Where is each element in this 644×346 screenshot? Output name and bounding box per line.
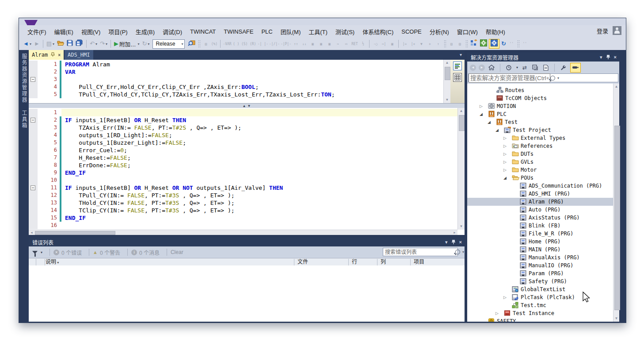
nav-forward-button[interactable]: ► bbox=[33, 39, 41, 49]
chevron-expanded-icon[interactable]: ◢ bbox=[503, 174, 507, 182]
close-icon[interactable]: × bbox=[459, 239, 462, 245]
solution-explorer-title-bar[interactable]: 解决方案资源管理器 ▾ × bbox=[467, 53, 619, 62]
code-line[interactable]: 1PROGRAM Alram bbox=[29, 61, 443, 68]
active-twincat-mode-button[interactable] bbox=[489, 39, 499, 49]
code-line[interactable]: 4 outputs_1[RD_Light]:=FALSE; bbox=[29, 131, 457, 139]
collapse-region-icon[interactable]: − bbox=[30, 77, 35, 82]
chevron-expanded-icon[interactable]: ◢ bbox=[495, 126, 499, 134]
code-text[interactable]: TZAxis_Err(IN:= FALSE, PT:=T#2S , Q=> , … bbox=[61, 124, 457, 131]
tree-item[interactable]: File_W_R (PRG) bbox=[467, 230, 619, 238]
chevron-collapsed-icon[interactable]: ▷ bbox=[503, 134, 507, 142]
scroll-down-icon[interactable]: ▼ bbox=[444, 97, 450, 103]
solution-explorer-search-input[interactable] bbox=[469, 73, 550, 83]
code-line[interactable]: 14 TClip_CY(IN:= FALSE, PT:=T#3S , Q=> ,… bbox=[29, 207, 457, 214]
code-line[interactable]: 3 TZAxis_Err(IN:= FALSE, PT:=T#2S , Q=> … bbox=[29, 124, 457, 131]
target-grid-button[interactable] bbox=[469, 39, 478, 49]
declaration-editor[interactable]: 1PROGRAM Alram2VAR−34 Pull_CY_Err,Hold_C… bbox=[29, 60, 465, 103]
pin-icon[interactable] bbox=[606, 54, 610, 60]
menu-item[interactable]: PLC bbox=[257, 27, 276, 37]
code-line[interactable]: −2IF inputs_1[ResetB] OR H_Reset THEN bbox=[29, 116, 457, 124]
tree-item[interactable]: Safety (PRG) bbox=[467, 277, 619, 285]
restart-button[interactable]: ↻▾ bbox=[141, 39, 150, 49]
code-line[interactable]: 7 H_Reset:=FALSE; bbox=[29, 154, 457, 161]
menu-item[interactable]: 编辑(E) bbox=[50, 26, 77, 38]
tree-item[interactable]: ▷External Types bbox=[467, 134, 619, 142]
find-in-files-button[interactable] bbox=[187, 39, 196, 49]
code-text[interactable]: Error_Cuel:=0; bbox=[61, 146, 457, 154]
search-icon[interactable] bbox=[455, 250, 460, 254]
code-line[interactable]: 8 ErrDone:=FALSE; bbox=[29, 161, 457, 169]
side-tab-server-explorer[interactable]: 服务器资源管理器 bbox=[19, 50, 29, 107]
code-text[interactable]: THold_CY(IN:= FALSE, PT:=T#3S , Q=> , ET… bbox=[61, 199, 457, 207]
code-line[interactable]: 16 bbox=[29, 222, 457, 229]
chevron-collapsed-icon[interactable]: ▷ bbox=[503, 142, 507, 150]
tree-item[interactable]: Param (PRG) bbox=[467, 269, 619, 277]
dropdown-caret-icon[interactable]: ▾ bbox=[181, 42, 183, 46]
code-line[interactable]: 5 outputs_1[Buzzer_Light]:=FALSE; bbox=[29, 139, 457, 146]
chevron-collapsed-icon[interactable]: ▷ bbox=[480, 102, 483, 110]
filter-dropdown-icon[interactable]: ▾ bbox=[516, 65, 518, 69]
code-text[interactable] bbox=[61, 222, 457, 229]
code-text[interactable]: IF inputs_1[ResetB] OR H_Reset OR NOT ou… bbox=[61, 184, 457, 192]
code-text[interactable]: TPull_CY,THold_CY,TClip_CY,TZAxis_Err,TX… bbox=[61, 91, 443, 98]
tree-scrollbar[interactable]: ▲ ▼ bbox=[613, 84, 619, 322]
open-folder-button[interactable] bbox=[56, 39, 65, 49]
code-text[interactable]: outputs_1[Buzzer_Light]:=FALSE; bbox=[61, 139, 457, 146]
menu-item[interactable]: 视图(V) bbox=[77, 26, 104, 38]
column-header[interactable]: 列 bbox=[381, 258, 386, 266]
code-text[interactable]: PROGRAM Alram bbox=[61, 61, 443, 68]
title-bar[interactable] bbox=[19, 18, 626, 25]
menu-item[interactable]: SCOPE bbox=[397, 27, 426, 37]
code-text[interactable]: VAR bbox=[61, 68, 443, 76]
tree-item[interactable]: ▷PlcTask (PlcTask) bbox=[467, 293, 619, 301]
tree-item[interactable]: TcCOM Objects bbox=[467, 94, 619, 102]
error-list-search-input[interactable] bbox=[383, 249, 455, 255]
build-configuration-select[interactable]: Release▾ bbox=[152, 39, 185, 49]
tree-item[interactable]: ▷References bbox=[467, 142, 619, 150]
code-text[interactable]: H_Reset:=FALSE; bbox=[61, 154, 457, 161]
code-line[interactable]: 1 bbox=[29, 109, 457, 116]
tree-item[interactable]: ◢Test Project bbox=[467, 126, 619, 134]
tree-item[interactable]: Test.tmc bbox=[467, 301, 619, 309]
tree-item[interactable]: ▷MOTION bbox=[467, 102, 619, 110]
tree-item[interactable]: ◢Test bbox=[467, 118, 619, 126]
save-all-button[interactable] bbox=[75, 39, 84, 49]
menu-item[interactable]: 生成(B) bbox=[132, 26, 159, 38]
document-tab[interactable]: ADS_HMI bbox=[65, 50, 93, 60]
code-text[interactable]: ErrDone:=FALSE; bbox=[61, 161, 457, 169]
wrench-icon[interactable] bbox=[559, 64, 567, 72]
menu-item[interactable]: 帮助(H) bbox=[482, 26, 509, 38]
tree-item[interactable]: ▷GVLs bbox=[467, 158, 619, 166]
scroll-up-icon[interactable]: ▲ bbox=[614, 84, 619, 90]
code-line[interactable]: −3 bbox=[29, 76, 443, 83]
collapse-region-icon[interactable]: − bbox=[30, 185, 35, 190]
pending-changes-filter-button[interactable] bbox=[505, 64, 513, 72]
scrollbar-thumb[interactable] bbox=[35, 231, 115, 235]
user-avatar-icon[interactable] bbox=[613, 26, 621, 35]
tab-list-dropdown-icon[interactable]: ▾ bbox=[460, 52, 462, 57]
scroll-down-icon[interactable]: ▼ bbox=[458, 223, 465, 230]
menu-item[interactable]: 项目(P) bbox=[104, 26, 131, 38]
tree-item[interactable]: ▷Motor bbox=[467, 166, 619, 174]
code-line[interactable]: 6 Error_Cuel:=0; bbox=[29, 146, 457, 154]
menu-item[interactable]: 调试(D) bbox=[159, 26, 186, 38]
tree-item[interactable]: Blink (FB) bbox=[467, 222, 619, 230]
menu-item[interactable]: 测试(S) bbox=[332, 26, 358, 38]
tree-item[interactable]: ManualIO (PRG) bbox=[467, 261, 619, 269]
chevron-expanded-icon[interactable]: ◢ bbox=[488, 118, 491, 126]
tree-item[interactable]: Alram (PRG) bbox=[467, 198, 619, 206]
pin-icon[interactable] bbox=[451, 239, 456, 245]
forward-button[interactable]: ► bbox=[479, 65, 485, 71]
new-window-button[interactable]: ▤▾ bbox=[46, 39, 55, 49]
dropdown-caret-icon[interactable]: ▾ bbox=[95, 42, 97, 46]
code-text[interactable]: END_IF bbox=[61, 169, 457, 177]
code-text[interactable]: IF inputs_1[ResetB] OR H_Reset THEN bbox=[61, 116, 457, 124]
close-icon[interactable]: × bbox=[58, 53, 61, 58]
tree-item[interactable]: ADS_HMI (PRG) bbox=[467, 190, 619, 198]
menu-item[interactable]: 文件(F) bbox=[23, 26, 50, 38]
menu-item[interactable]: 工具(T) bbox=[305, 26, 332, 38]
tree-item[interactable]: AxisStatus (PRG) bbox=[467, 214, 619, 222]
code-line[interactable]: 2VAR bbox=[29, 68, 443, 76]
scroll-up-icon[interactable]: ▲ bbox=[444, 60, 450, 66]
filter-button[interactable]: ▾ bbox=[32, 250, 42, 254]
